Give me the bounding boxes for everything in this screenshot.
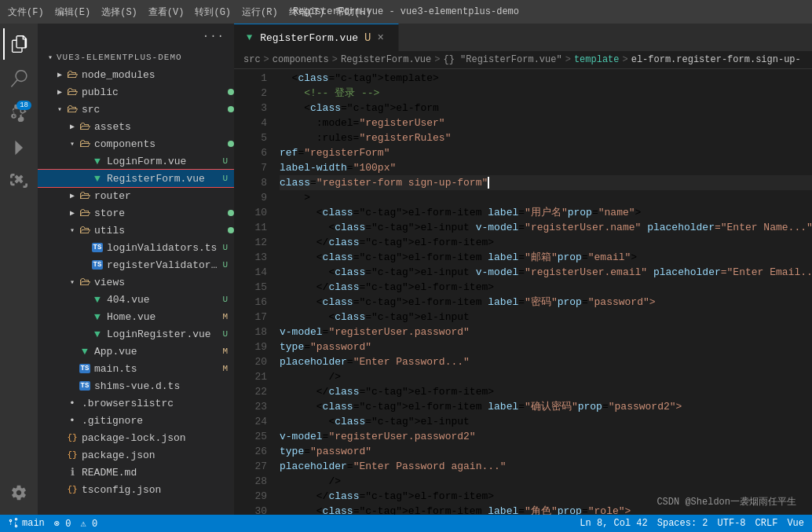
code-line-16: <class="c-tag">el-form-item label="密码" p… <box>280 295 812 310</box>
menu-item[interactable]: 查看(V) <box>148 6 185 19</box>
breadcrumb-sep: > <box>623 54 628 65</box>
tree-item-shims[interactable]: TSshims-vue.d.ts <box>38 377 234 394</box>
tree-item-assets[interactable]: ▶🗁assets <box>38 118 234 135</box>
menu-item[interactable]: 编辑(E) <box>55 6 91 19</box>
line-number-27: 27 <box>234 459 267 474</box>
status-spaces[interactable]: Spaces: 2 <box>657 518 708 529</box>
tree-item-loginValidators[interactable]: TSloginValidators.tsU <box>38 239 234 256</box>
tree-item-views[interactable]: ▾🗁views <box>38 273 234 291</box>
breadcrumb-part-2[interactable]: RegisterForm.vue <box>341 54 431 65</box>
tree-item-utils[interactable]: ▾🗁utils <box>38 222 234 239</box>
line-number-22: 22 <box>234 384 267 399</box>
code-line-14: <class="c-tag">el-input v-model="registe… <box>280 265 812 280</box>
breadcrumb-part-3[interactable]: {} "RegisterForm.vue" <box>443 54 561 65</box>
status-eol[interactable]: CRLF <box>755 518 778 529</box>
code-line-12: </class="c-tag">el-form-item> <box>280 235 812 250</box>
line-number-23: 23 <box>234 399 267 414</box>
line-number-18: 18 <box>234 325 267 339</box>
tree-item-404[interactable]: ▼404.vueU <box>38 291 234 308</box>
menu-item[interactable]: 运行(R) <box>242 6 278 19</box>
code-line-13: <class="c-tag">el-form-item label="邮箱" p… <box>280 250 812 265</box>
run-activity-icon[interactable] <box>3 132 35 163</box>
tree-item-gitignore[interactable]: •.gitignore <box>38 412 234 429</box>
line-number-16: 16 <box>234 295 267 310</box>
settings-activity-icon[interactable] <box>3 477 35 508</box>
tab-close-icon[interactable]: × <box>375 31 385 44</box>
breadcrumb-part-1[interactable]: components <box>272 54 329 65</box>
tree-item-components[interactable]: ▾🗁components <box>38 135 234 152</box>
breadcrumb-sep: > <box>565 54 571 65</box>
tree-item-main[interactable]: TSmain.tsM <box>38 360 234 377</box>
code-line-5: :rules="registerRules" <box>280 130 812 145</box>
code-line-18: v-model="registerUser.password" <box>280 325 812 339</box>
tree-item-package[interactable]: {}package.json <box>38 446 234 464</box>
tree-item-tsconfig[interactable]: {}tsconfig.json <box>38 481 234 498</box>
search-activity-icon[interactable] <box>3 63 35 94</box>
breadcrumb-part-0[interactable]: src <box>243 54 261 65</box>
tree-root[interactable]: ▾VUE3-ELEMENTPLUS-DEMO <box>38 49 234 66</box>
code-line-28: /> <box>280 474 812 489</box>
line-number-26: 26 <box>234 444 267 459</box>
menu-item[interactable]: 选择(S) <box>101 6 137 19</box>
tree-item-readme[interactable]: ℹREADME.md <box>38 464 234 481</box>
status-line-col[interactable]: Ln 8, Col 42 <box>580 518 647 529</box>
breadcrumb-part-4[interactable]: template <box>574 54 620 65</box>
tree-item-LoginForm[interactable]: ▼LoginForm.vueU <box>38 152 234 170</box>
tab-label: RegisterForm.vue <box>260 32 358 44</box>
sidebar: ··· ▾VUE3-ELEMENTPLUS-DEMO▶🗁node_modules… <box>38 24 234 515</box>
tree-item-Home[interactable]: ▼Home.vueM <box>38 308 234 325</box>
menu-item[interactable]: 转到(G) <box>195 6 231 19</box>
code-editor[interactable]: 1234567891011121314151617181920212223242… <box>234 69 812 515</box>
line-number-15: 15 <box>234 280 267 295</box>
line-number-19: 19 <box>234 339 267 354</box>
tree-item-App[interactable]: ▼App.vueM <box>38 343 234 360</box>
tab-RegisterForm-vue[interactable]: ▼RegisterForm.vueU× <box>234 24 399 51</box>
code-line-9: > <box>280 190 812 205</box>
tabs-bar: ▼RegisterForm.vueU× <box>234 24 812 51</box>
tree-item-node_modules[interactable]: ▶🗁node_modules <box>38 66 234 83</box>
line-number-6: 6 <box>234 145 267 160</box>
tree-item-router[interactable]: ▶🗁router <box>38 187 234 204</box>
source-control-activity-icon[interactable]: 18 <box>3 97 35 129</box>
status-encoding[interactable]: UTF-8 <box>718 518 746 529</box>
extensions-activity-icon[interactable] <box>3 167 35 198</box>
tree-item-public[interactable]: ▶🗁public <box>38 83 234 101</box>
status-warnings[interactable]: ⚠ 0 <box>80 518 97 530</box>
code-line-8: class="register-form sign-up-form" <box>280 175 812 190</box>
line-number-7: 7 <box>234 160 267 175</box>
tree-item-browserslist[interactable]: •.browserslistrc <box>38 394 234 412</box>
explorer-activity-icon[interactable] <box>3 28 35 60</box>
tree-item-packageLock[interactable]: {}package-lock.json <box>38 429 234 446</box>
code-line-6: ref="registerForm" <box>280 145 812 160</box>
line-number-10: 10 <box>234 205 267 220</box>
window-title: RegisterForm.vue - vue3-elementplus-demo <box>293 6 519 17</box>
sidebar-more-icon[interactable]: ··· <box>203 30 225 42</box>
line-number-4: 4 <box>234 116 267 130</box>
code-line-27: placeholder="Enter Password again..." <box>280 459 812 474</box>
code-line-3: <class="c-tag">el-form <box>280 101 812 116</box>
line-number-21: 21 <box>234 369 267 384</box>
line-number-12: 12 <box>234 235 267 250</box>
editor-area: ▼RegisterForm.vueU× src > components > R… <box>234 24 812 515</box>
tree-item-src[interactable]: ▾🗁src <box>38 101 234 118</box>
tree-item-store[interactable]: ▶🗁store <box>38 204 234 222</box>
code-line-25: v-model="registerUser.password2" <box>280 429 812 444</box>
tree-item-registerValidator[interactable]: TSregisterValidator.tsU <box>38 256 234 273</box>
line-number-14: 14 <box>234 265 267 280</box>
breadcrumb-part-5[interactable]: el-form.register-form.sign-up- <box>631 54 801 65</box>
line-number-20: 20 <box>234 354 267 369</box>
code-line-17: <class="c-tag">el-input <box>280 310 812 325</box>
status-language[interactable]: Vue <box>787 518 804 529</box>
code-line-23: <class="c-tag">el-form-item label="确认密码"… <box>280 399 812 414</box>
line-number-3: 3 <box>234 101 267 116</box>
menu-item[interactable]: 文件(F) <box>8 6 44 19</box>
code-line-22: </class="c-tag">el-form-item> <box>280 384 812 399</box>
line-number-17: 17 <box>234 310 267 325</box>
line-number-28: 28 <box>234 474 267 489</box>
status-errors[interactable]: ⊗ 0 <box>54 518 71 530</box>
tree-item-RegisterForm[interactable]: ▼RegisterForm.vueU <box>38 170 234 187</box>
line-number-9: 9 <box>234 190 267 205</box>
line-number-24: 24 <box>234 414 267 429</box>
tree-item-LoginRegister[interactable]: ▼LoginRegister.vueU <box>38 325 234 343</box>
status-branch[interactable]: main <box>8 518 45 529</box>
